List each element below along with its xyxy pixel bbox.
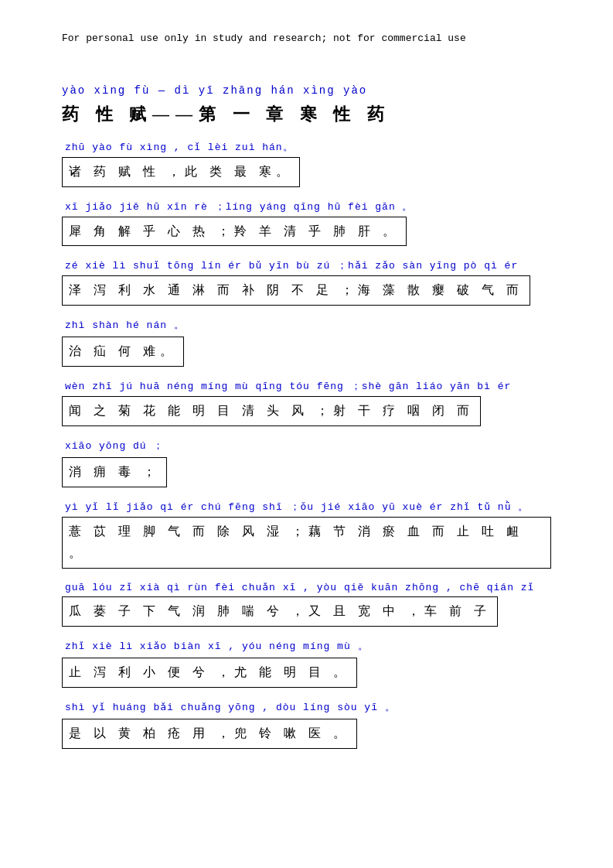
pinyin-line-1: xī jiǎo jiě hū xīn rè ；líng yáng qīng hū… <box>62 200 551 214</box>
section-block-0: zhū yào fù xìng , cǐ lèi zuì hán。诸 药 赋 性… <box>62 140 551 195</box>
section-block-1: xī jiǎo jiě hū xīn rè ；líng yáng qīng hū… <box>62 200 551 255</box>
disclaimer: For personal use only in study and resea… <box>62 31 551 47</box>
section-block-5: wèn zhī jú huā néng míng mù qīng tóu fēn… <box>62 379 551 434</box>
section-block-13: 是 以 黄 柏 疮 用 ，兜 铃 嗽 医 。 <box>62 719 551 757</box>
pinyin-line-8: yì yǐ lǐ jiǎo qì ér chú fēng shī ；ǒu jié… <box>62 500 551 514</box>
pinyin-line-6: xiāo yōng dú ； <box>62 439 551 453</box>
pinyin-title: yào xìng fù — dì yī zhāng hán xìng yào <box>62 84 551 97</box>
section-block-4: 治 疝 何 难。 <box>62 337 551 374</box>
chinese-line-1: 犀 角 解 乎 心 热 ；羚 羊 清 乎 肺 肝 。 <box>62 217 407 247</box>
section-block-9: guā lóu zǐ xià qì rùn fèi chuǎn xī , yòu… <box>62 581 551 634</box>
chinese-line-5: 闻 之 菊 花 能 明 目 清 头 风 ；射 干 疗 咽 闭 而 <box>62 396 481 426</box>
pinyin-line-9: guā lóu zǐ xià qì rùn fèi chuǎn xī , yòu… <box>62 581 551 593</box>
chinese-line-7: 消 痈 毒 ； <box>62 457 167 487</box>
section-block-8: yì yǐ lǐ jiǎo qì ér chú fēng shī ；ǒu jié… <box>62 500 551 577</box>
chinese-title: 药 性 赋——第 一 章 寒 性 药 <box>62 103 551 126</box>
pinyin-line-10: zhǐ xiè lì xiǎo biàn xī , yóu néng míng … <box>62 639 551 653</box>
pinyin-line-3: zhì shàn hé nán 。 <box>62 318 551 332</box>
chinese-line-13: 是 以 黄 柏 疮 用 ，兜 铃 嗽 医 。 <box>62 719 357 749</box>
section-block-12: shì yǐ huáng bǎi chuǎng yōng , dòu líng … <box>62 700 551 714</box>
chinese-line-4: 治 疝 何 难。 <box>62 337 184 367</box>
chinese-line-9: 瓜 蒌 子 下 气 润 肺 喘 兮 ，又 且 宽 中 ，车 前 子 <box>62 596 498 627</box>
chinese-line-11: 止 泻 利 小 便 兮 ，尤 能 明 目 。 <box>62 658 357 688</box>
section-block-2: zé xiè lì shuǐ tōng lín ér bǔ yīn bù zú … <box>62 258 551 313</box>
pinyin-line-12: shì yǐ huáng bǎi chuǎng yōng , dòu líng … <box>62 700 551 714</box>
section-block-3: zhì shàn hé nán 。 <box>62 318 551 332</box>
chinese-line-8: 薏 苡 理 脚 气 而 除 风 湿 ；藕 节 消 瘀 血 而 止 吐 衄 。 <box>62 517 551 569</box>
pinyin-line-2: zé xiè lì shuǐ tōng lín ér bǔ yīn bù zú … <box>62 258 551 272</box>
chinese-line-2: 泽 泻 利 水 通 淋 而 补 阴 不 足 ；海 藻 散 瘿 破 气 而 <box>62 275 530 306</box>
section-block-7: 消 痈 毒 ； <box>62 457 551 495</box>
pinyin-line-0: zhū yào fù xìng , cǐ lèi zuì hán。 <box>62 140 551 154</box>
section-block-11: 止 泻 利 小 便 兮 ，尤 能 明 目 。 <box>62 658 551 695</box>
section-block-10: zhǐ xiè lì xiǎo biàn xī , yóu néng míng … <box>62 639 551 653</box>
section-block-6: xiāo yōng dú ； <box>62 439 551 453</box>
chinese-line-0: 诸 药 赋 性 ，此 类 最 寒。 <box>62 157 300 187</box>
pinyin-line-5: wèn zhī jú huā néng míng mù qīng tóu fēn… <box>62 379 551 393</box>
